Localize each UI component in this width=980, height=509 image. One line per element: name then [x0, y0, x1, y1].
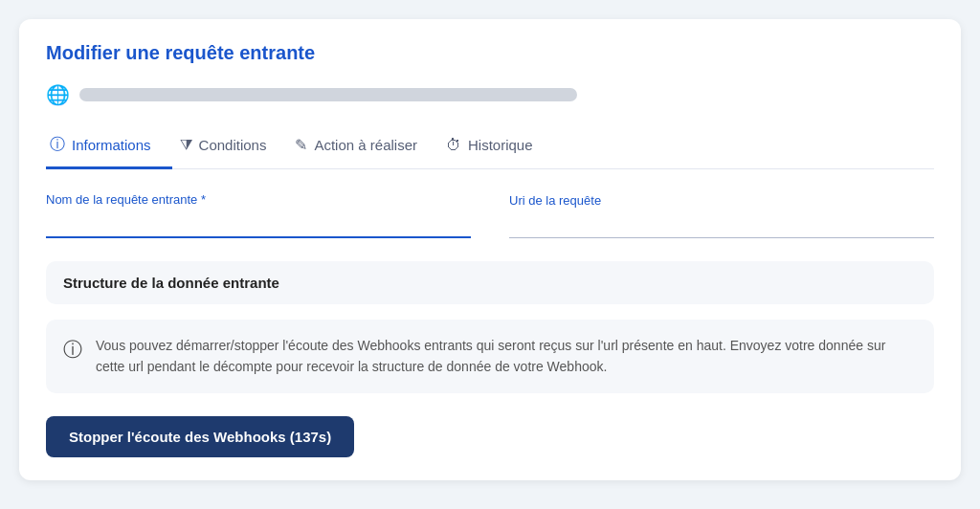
page-title: Modifier une requête entrante — [46, 42, 934, 64]
tab-conditions[interactable]: ⧩ Conditions — [172, 125, 288, 168]
info-box: ⓘ Vous pouvez démarrer/stopper l'écoute … — [46, 320, 934, 393]
tab-action[interactable]: ✎ Action à réaliser — [287, 124, 438, 168]
globe-icon: 🌐 — [46, 83, 70, 106]
uri-label: Uri de la requête — [509, 193, 934, 208]
name-label: Nom de la requête entrante * — [46, 192, 471, 207]
stop-listening-button[interactable]: Stopper l'écoute des Webhooks (137s) — [46, 416, 354, 457]
main-card: Modifier une requête entrante 🌐 ⓘ Inform… — [19, 19, 961, 480]
circle-info-icon: ⓘ — [63, 337, 82, 363]
filter-icon: ⧩ — [180, 137, 192, 154]
tab-informations[interactable]: ⓘ Informations — [46, 123, 172, 169]
info-icon: ⓘ — [50, 135, 65, 155]
tab-historique[interactable]: ⏱ Historique — [438, 125, 554, 168]
url-row: 🌐 — [46, 83, 934, 106]
section-title: Structure de la donnée entrante — [46, 261, 934, 304]
clock-icon: ⏱ — [446, 137, 461, 154]
tabs-nav: ⓘ Informations ⧩ Conditions ✎ Action à r… — [46, 123, 934, 169]
edit-icon: ✎ — [295, 136, 307, 154]
form-row: Nom de la requête entrante * Uri de la r… — [46, 192, 934, 238]
uri-field: Uri de la requête — [509, 193, 934, 238]
name-input[interactable] — [46, 212, 471, 238]
name-field: Nom de la requête entrante * — [46, 192, 471, 238]
uri-input[interactable] — [509, 213, 934, 238]
info-text: Vous pouvez démarrer/stopper l'écoute de… — [96, 335, 917, 378]
url-bar — [79, 88, 577, 101]
